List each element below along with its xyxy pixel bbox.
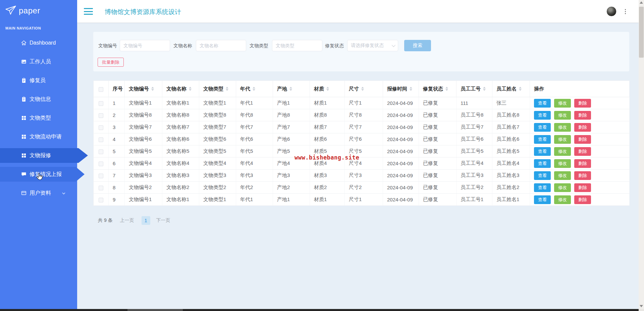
select-all-checkbox[interactable] <box>99 87 103 92</box>
more-menu-icon[interactable] <box>624 8 627 15</box>
cell-code: 文物编号5 <box>125 145 162 158</box>
sidebar-item-4[interactable]: 文物类型 <box>0 111 77 125</box>
edit-button[interactable]: 修改 <box>554 195 571 204</box>
sidebar-toggle-icon[interactable] <box>84 8 93 15</box>
column-header[interactable]: 员工工号 <box>457 81 492 97</box>
view-button[interactable]: 查看 <box>534 147 551 156</box>
column-header[interactable]: 文物名称 <box>162 81 199 97</box>
row-checkbox[interactable] <box>99 101 103 106</box>
row-checkbox[interactable] <box>99 162 103 166</box>
delete-button[interactable]: 删除 <box>574 171 591 180</box>
column-header[interactable]: 尺寸 <box>345 81 383 97</box>
row-checkbox[interactable] <box>99 113 103 118</box>
cell-name: 文物名称8 <box>162 109 199 121</box>
sort-icon[interactable] <box>151 87 154 91</box>
scrollbar-thumb[interactable] <box>639 7 644 58</box>
column-header[interactable]: 修复状态 <box>419 81 457 97</box>
delete-button[interactable]: 删除 <box>574 159 591 168</box>
cell-emp_id: 员工工号8 <box>457 109 492 121</box>
prev-page-button[interactable]: 上一页 <box>120 217 134 224</box>
vertical-scrollbar[interactable] <box>639 0 644 309</box>
sidebar-item-7[interactable]: 修复情况上报 <box>0 167 85 182</box>
scroll-up-icon[interactable] <box>640 1 643 4</box>
view-button[interactable]: 查看 <box>534 183 551 192</box>
filter-input-name[interactable] <box>196 40 246 51</box>
row-checkbox[interactable] <box>99 137 103 142</box>
edit-button[interactable]: 修改 <box>554 111 571 120</box>
delete-button[interactable]: 删除 <box>574 123 591 132</box>
cell-material: 材质3 <box>310 170 345 182</box>
sort-icon[interactable] <box>361 87 364 91</box>
view-button[interactable]: 查看 <box>534 123 551 132</box>
delete-button[interactable]: 删除 <box>574 111 591 120</box>
sort-icon[interactable] <box>410 87 412 91</box>
cell-era: 年代2 <box>236 182 273 194</box>
sort-icon[interactable] <box>226 87 228 91</box>
column-header[interactable]: 年代 <box>236 81 273 97</box>
column-header[interactable]: 文物编号 <box>125 81 162 97</box>
sort-icon[interactable] <box>483 87 486 91</box>
edit-button[interactable]: 修改 <box>554 183 571 192</box>
search-button[interactable]: 搜索 <box>404 40 431 51</box>
view-button[interactable]: 查看 <box>534 195 551 204</box>
view-button[interactable]: 查看 <box>534 159 551 168</box>
sidebar-item-1[interactable]: 工作人员 <box>0 54 77 69</box>
cell-actions: 查看修改删除 <box>530 194 630 206</box>
column-header[interactable]: 产地 <box>273 81 310 97</box>
sidebar-item-label: 文物流动申请 <box>30 133 62 140</box>
batch-delete-button[interactable]: 批量删除 <box>98 58 124 67</box>
horizontal-scrollbar[interactable] <box>0 309 639 311</box>
delete-button[interactable]: 删除 <box>574 147 591 156</box>
edit-button[interactable]: 修改 <box>554 147 571 156</box>
view-button[interactable]: 查看 <box>534 135 551 144</box>
column-header[interactable]: 材质 <box>310 81 345 97</box>
sidebar-item-5[interactable]: 文物流动申请 <box>0 129 77 144</box>
column-header[interactable]: 文物类型 <box>199 81 236 97</box>
horizontal-scrollbar-thumb[interactable] <box>127 309 183 311</box>
next-page-button[interactable]: 下一页 <box>156 217 170 224</box>
sort-icon[interactable] <box>445 87 448 91</box>
cell-emp_id: 员工工号3 <box>457 170 492 182</box>
row-checkbox[interactable] <box>99 174 103 178</box>
image-icon <box>21 59 26 65</box>
sidebar-item-3[interactable]: 文物信息 <box>0 92 77 107</box>
view-button[interactable]: 查看 <box>534 171 551 180</box>
filter-input-code[interactable] <box>120 40 170 51</box>
edit-button[interactable]: 修改 <box>554 99 571 108</box>
cell-era: 年代1 <box>236 194 273 206</box>
sidebar-item-label: 修复情况上报 <box>30 171 62 178</box>
row-checkbox[interactable] <box>99 198 103 202</box>
logo[interactable]: paper <box>5 5 40 17</box>
sidebar-item-6[interactable]: 文物报修 <box>0 148 88 163</box>
cell-status: 已修复 <box>419 182 457 194</box>
sort-icon[interactable] <box>519 87 522 91</box>
delete-button[interactable]: 删除 <box>574 135 591 144</box>
edit-button[interactable]: 修改 <box>554 171 571 180</box>
row-checkbox[interactable] <box>99 125 103 130</box>
column-header[interactable]: 报修时间 <box>383 81 419 97</box>
column-header[interactable]: 员工姓名 <box>492 81 530 97</box>
user-avatar[interactable] <box>606 6 616 16</box>
sort-icon[interactable] <box>189 87 192 91</box>
edit-button[interactable]: 修改 <box>554 135 571 144</box>
delete-button[interactable]: 删除 <box>574 195 591 204</box>
sidebar-item-8[interactable]: 用户资料 <box>0 186 77 200</box>
sort-icon[interactable] <box>253 87 255 91</box>
edit-button[interactable]: 修改 <box>554 159 571 168</box>
filter-select-status[interactable]: 请选择修复状态 <box>347 40 398 51</box>
cell-emp_name: 员工姓名8 <box>492 109 530 121</box>
sort-icon[interactable] <box>289 87 292 91</box>
view-button[interactable]: 查看 <box>534 99 551 108</box>
sort-icon[interactable] <box>326 87 329 91</box>
edit-button[interactable]: 修改 <box>554 123 571 132</box>
row-checkbox[interactable] <box>99 186 103 190</box>
page-number-button[interactable]: 1 <box>142 216 150 225</box>
view-button[interactable]: 查看 <box>534 111 551 120</box>
sidebar-item-2[interactable]: 修复员 <box>0 73 77 88</box>
row-checkbox[interactable] <box>99 149 103 154</box>
delete-button[interactable]: 删除 <box>574 99 591 108</box>
filter-input-type[interactable] <box>272 40 322 51</box>
sidebar-item-dashboard[interactable]: Dashboard <box>0 36 77 50</box>
delete-button[interactable]: 删除 <box>574 183 591 192</box>
scroll-down-icon[interactable] <box>640 305 643 307</box>
